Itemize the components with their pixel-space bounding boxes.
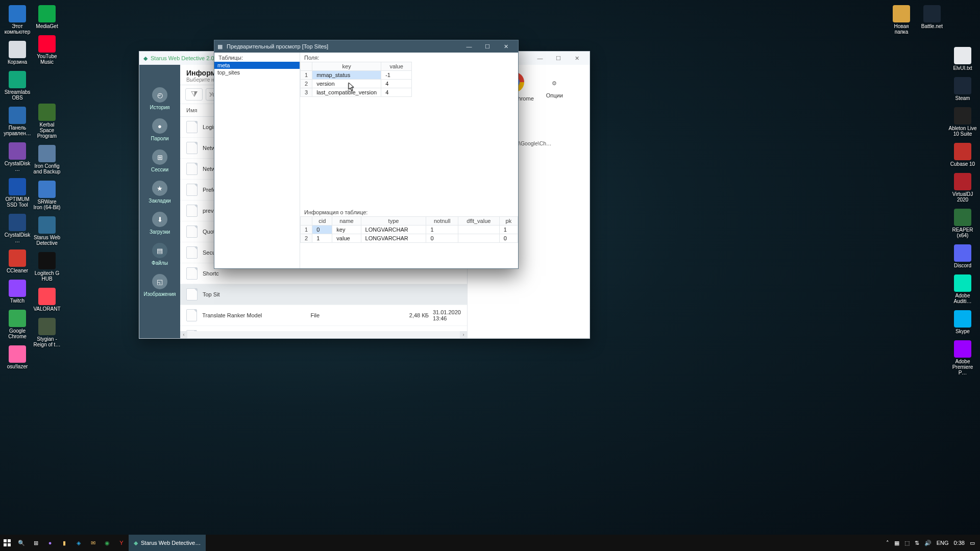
desktop-icon[interactable]: YouTube Music <box>33 33 61 67</box>
file-name: Shortc <box>203 270 315 277</box>
table-item[interactable]: top_sites <box>214 69 300 76</box>
icon-label: Google Chrome <box>3 328 32 339</box>
desktop-icon[interactable]: Ableton Live 10 Suite <box>948 105 977 139</box>
desktop-icon[interactable]: VALORANT <box>33 286 61 314</box>
tray-icon[interactable]: ⬚ <box>904 540 910 546</box>
sidebar-item-История[interactable]: ◴История <box>144 83 175 114</box>
gear-icon[interactable]: ⚙ <box>547 76 561 90</box>
tray-icon[interactable]: ▦ <box>894 540 899 546</box>
sidebar-item-Сессии[interactable]: ⊞Сессии <box>144 145 175 177</box>
network-icon[interactable]: ⇅ <box>915 540 919 546</box>
chrome-icon[interactable]: ◉ <box>100 535 114 551</box>
desktop-icon[interactable]: osu!lazer <box>3 343 32 371</box>
app-icon <box>954 340 971 358</box>
desktop-icon[interactable]: Kerbal Space Program <box>33 102 61 141</box>
clock[interactable]: 0:38 <box>954 540 965 546</box>
app-icon <box>38 145 56 162</box>
scroll-right[interactable]: › <box>460 331 467 338</box>
desktop-icon[interactable]: CrystalDisk… <box>3 212 32 245</box>
desktop-icon[interactable]: Этот компьютер <box>3 3 32 37</box>
taskbar-active-app[interactable]: ◆ Starus Web Detective… <box>129 535 206 551</box>
desktop-icon[interactable]: Twitch <box>3 278 32 306</box>
search-icon[interactable]: 🔍 <box>14 535 29 551</box>
desktop-icon[interactable]: SRWare Iron (64-Bit) <box>33 179 61 212</box>
icon-label: Stygian - Reign of t… <box>33 336 61 347</box>
nav-label: Изображения <box>144 291 176 297</box>
minimize-button[interactable]: — <box>460 40 478 53</box>
desktop-icons-left-col1: Этот компьютерКорзинаStreamlabs OBSПанел… <box>3 3 32 371</box>
tables-label: Таблицы: <box>214 53 300 62</box>
desktop-icon[interactable]: Discord <box>948 242 977 270</box>
desktop-icon[interactable]: VirtualDJ 2020 <box>948 171 977 205</box>
task-view-icon[interactable]: ⊞ <box>29 535 43 551</box>
explorer-icon[interactable]: ▮ <box>57 535 71 551</box>
desktop-icon[interactable]: Streamlabs OBS <box>3 69 32 103</box>
desktop-icon[interactable]: Iron Config and Backup <box>33 143 61 177</box>
schema-grid[interactable]: cidnametypenotnulldflt_valuepk10keyLONGV… <box>300 216 518 243</box>
notification-icon[interactable]: ▭ <box>970 540 975 546</box>
sidebar-item-Пароли[interactable]: ●Пароли <box>144 114 175 145</box>
scroll-left[interactable]: ‹ <box>180 331 187 338</box>
desktop-icon[interactable]: Adobe Auditi… <box>948 272 977 306</box>
icon-label: Twitch <box>10 298 24 304</box>
desktop-icon[interactable]: MediaGet <box>33 3 61 31</box>
pinned-app[interactable]: ● <box>43 535 57 551</box>
file-icon <box>186 267 198 280</box>
desktop-icon[interactable]: Панель управлен… <box>3 105 32 138</box>
desktop-icon[interactable]: OPTIMUM SSD Tool <box>3 176 32 210</box>
desktop-icon[interactable]: CCleaner <box>3 247 32 276</box>
sidebar-item-Загрузки[interactable]: ⬇Загрузки <box>144 208 175 239</box>
horizontal-scrollbar[interactable]: ‹ › <box>180 331 467 338</box>
desktop-icons-right-col: ElvUI.txtSteamAbleton Live 10 SuiteCubas… <box>948 45 977 378</box>
filter-icon[interactable]: ⧩ <box>185 88 203 101</box>
tray-chevron-icon[interactable]: ˄ <box>886 540 889 546</box>
desktop-icon[interactable]: CrystalDisk… <box>3 140 32 174</box>
sidebar-item-Изображения[interactable]: ◱Изображения <box>144 270 175 301</box>
yandex-icon[interactable]: Y <box>114 535 129 551</box>
desktop-icon[interactable]: Google Chrome <box>3 308 32 341</box>
table-item[interactable]: meta <box>214 62 300 69</box>
sidebar-item-Файлы[interactable]: ▤Файлы <box>144 239 175 270</box>
taskbar[interactable]: 🔍 ⊞ ● ▮ ◈ ✉ ◉ Y ◆ Starus Web Detective… … <box>0 535 980 551</box>
icon-label: Новая папка <box>887 23 916 35</box>
nav-label: Загрузки <box>150 229 170 235</box>
file-row[interactable]: Top Sit <box>180 284 467 305</box>
icon-label: Панель управлен… <box>3 125 32 136</box>
sidebar-item-Закладки[interactable]: ★Закладки <box>144 177 175 208</box>
desktop-icon[interactable]: Skype <box>948 308 977 336</box>
desktop-icon[interactable]: Steam <box>948 75 977 103</box>
tables-list[interactable]: metatop_sites <box>214 62 300 76</box>
app-icon <box>38 318 56 335</box>
preview-titlebar[interactable]: ▦ Предварительный просмотр [Top Sites] —… <box>214 40 518 53</box>
desktop-icon[interactable]: Новая папка <box>887 3 916 37</box>
desktop-icon[interactable]: Starus Web Detective <box>33 214 61 248</box>
preview-app-icon: ▦ <box>217 43 223 50</box>
start-button[interactable] <box>0 535 14 551</box>
desktop-icon[interactable]: Stygian - Reign of t… <box>33 316 61 349</box>
mail-icon[interactable]: ✉ <box>86 535 100 551</box>
options-label[interactable]: Опции <box>546 92 563 98</box>
icon-label: OPTIMUM SSD Tool <box>3 196 32 208</box>
close-button[interactable]: ✕ <box>497 40 515 53</box>
desktop-icon[interactable]: REAPER (x64) <box>948 207 977 240</box>
desktop-icon[interactable]: Adobe Premiere P… <box>948 338 977 378</box>
fields-grid[interactable]: keyvalue1mmap_status-12version43last_com… <box>300 62 412 97</box>
volume-icon[interactable]: 🔊 <box>924 540 932 546</box>
telegram-icon[interactable]: ◈ <box>71 535 86 551</box>
maximize-button[interactable]: ☐ <box>550 55 567 62</box>
desktop-icon[interactable]: Battle.net <box>918 3 946 37</box>
close-button[interactable]: ✕ <box>568 55 585 62</box>
language-indicator[interactable]: ENG <box>937 540 949 546</box>
desktop-icon[interactable]: ElvUI.txt <box>948 45 977 73</box>
desktop-icon[interactable]: Cubase 10 <box>948 141 977 169</box>
maximize-button[interactable]: ☐ <box>478 40 497 53</box>
file-row[interactable]: Translate Ranker ModelFile2,48 КБ31.01.2… <box>180 305 467 326</box>
desktop-icon[interactable]: Logitech G HUB <box>33 250 61 284</box>
nav-icon: ◱ <box>152 274 167 289</box>
desktop-icons-left-col2: MediaGetYouTube MusicKerbal Space Progra… <box>33 3 61 349</box>
minimize-button[interactable]: — <box>531 55 549 62</box>
file-icon <box>186 163 198 175</box>
desktop-icon[interactable]: Корзина <box>3 39 32 67</box>
icon-label: Adobe Premiere P… <box>948 359 977 375</box>
icon-label: Starus Web Detective <box>33 235 61 246</box>
